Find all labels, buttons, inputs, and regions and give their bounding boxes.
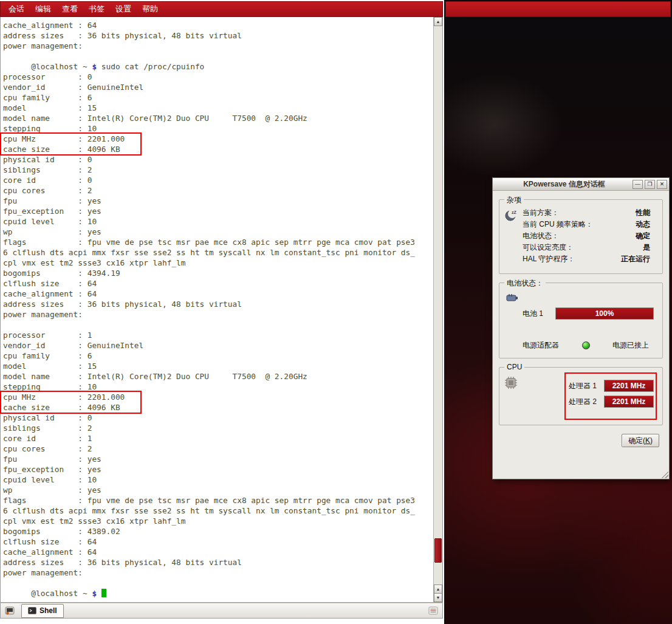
close-button[interactable]: ✕ — [657, 180, 667, 189]
new-session-button[interactable] — [3, 605, 16, 617]
konsole-tabbar: Shell — [0, 603, 443, 619]
menu-session[interactable]: 会话 — [3, 2, 30, 16]
misc-row-scheme: 当前方案： 性能 — [523, 207, 650, 219]
adapter-status: 电源已接上 — [612, 340, 649, 351]
adapter-row: 电源适配器 电源已接上 — [523, 340, 649, 351]
misc-row-cpu-policy: 当前 CPU 频率策略： 动态 — [523, 219, 650, 230]
processor1-freq-value: 2201 MHz — [605, 380, 653, 391]
terminal-scrollbar[interactable]: ▲ ▲ ▼ — [433, 17, 442, 602]
battery-label: 电池 1 — [523, 309, 550, 319]
maximize-button[interactable]: ❐ — [645, 180, 655, 189]
suspend-icon: zZ — [504, 208, 523, 222]
misc-value: 正在运行 — [621, 253, 650, 265]
scroll-up-button-2[interactable]: ▲ — [434, 585, 442, 594]
resize-grip[interactable] — [660, 470, 668, 478]
processor2-label: 处理器 2 — [569, 397, 600, 407]
cpu-row-2: 处理器 2 2201 MHz — [569, 396, 654, 408]
tab-shell[interactable]: Shell — [21, 604, 64, 618]
processor1-freq-bar: 2201 MHz — [604, 380, 654, 392]
misc-label: 当前方案： — [523, 207, 559, 219]
group-cpu: CPU 处理器 1 — [499, 367, 663, 425]
dialog-titlebar[interactable]: KPowersave 信息对话框 — ❐ ✕ — [493, 178, 669, 191]
cpu-rows: 处理器 1 2201 MHz 处理器 2 2201 MHz — [569, 375, 654, 419]
group-misc: 杂项 zZ 当前方案： — [499, 199, 663, 274]
kpowersave-dialog: KPowersave 信息对话框 — ❐ ✕ 杂项 zZ — [492, 177, 670, 479]
scrollbar-thumb[interactable] — [434, 538, 442, 563]
group-battery-legend: 电池状态： — [504, 278, 546, 289]
misc-label: 可以设定亮度： — [523, 242, 574, 253]
dialog-body: 杂项 zZ 当前方案： — [493, 191, 669, 450]
misc-label: 电池状态： — [523, 230, 559, 242]
group-battery: 电池状态： 电池 1 100% — [499, 283, 663, 358]
desktop-background: KPowersave 信息对话框 — ❐ ✕ 杂项 zZ — [444, 0, 672, 624]
misc-label: HAL 守护程序： — [523, 253, 575, 265]
terminal-area: cache_alignment : 64address sizes : 36 b… — [0, 17, 443, 603]
processor2-freq-bar: 2201 MHz — [604, 396, 654, 408]
misc-value: 确定 — [636, 230, 650, 242]
processor2-freq-value: 2201 MHz — [605, 396, 653, 407]
cpu-row-1: 处理器 1 2201 MHz — [569, 380, 654, 392]
misc-label: 当前 CPU 频率策略： — [523, 219, 593, 230]
cpu-icon — [504, 376, 523, 389]
misc-row-hal: HAL 守护程序： 正在运行 — [523, 253, 650, 265]
adapter-led-icon — [582, 341, 590, 349]
right-titlebar — [445, 1, 671, 17]
processor1-label: 处理器 1 — [569, 381, 600, 391]
dialog-title: KPowersave 信息对话框 — [498, 179, 631, 190]
scroll-up-button[interactable]: ▲ — [434, 17, 442, 26]
menu-view[interactable]: 查看 — [57, 2, 83, 16]
konsole-menubar: 会话 编辑 查看 书签 设置 帮助 — [0, 1, 443, 17]
konsole-window: 会话 编辑 查看 书签 设置 帮助 cache_alignment : 64ad… — [0, 1, 443, 619]
svg-text:zZ: zZ — [512, 210, 517, 214]
menu-settings[interactable]: 设置 — [110, 2, 137, 16]
ok-button[interactable]: 确定(K) — [622, 434, 659, 447]
session-list-icon — [428, 606, 438, 615]
misc-value: 动态 — [636, 219, 650, 230]
battery-progressbar: 100% — [555, 307, 654, 320]
group-cpu-legend: CPU — [504, 363, 524, 371]
menu-bookmarks[interactable]: 书签 — [83, 2, 110, 16]
session-list-button[interactable] — [427, 605, 440, 617]
menu-edit[interactable]: 编辑 — [30, 2, 57, 16]
ok-button-label-end: ) — [650, 436, 653, 445]
ok-button-label: 确定( — [628, 436, 645, 445]
minimize-button[interactable]: — — [633, 180, 643, 189]
battery-progress-value: 100% — [556, 308, 653, 319]
menu-help[interactable]: 帮助 — [137, 2, 163, 16]
shell-icon — [28, 607, 36, 614]
scroll-down-button[interactable]: ▼ — [434, 593, 442, 602]
ok-button-accel: K — [645, 436, 650, 445]
group-misc-legend: 杂项 — [504, 195, 524, 205]
battery-row: 电池 1 100% — [523, 307, 654, 320]
battery-icon — [506, 292, 657, 304]
terminal-output[interactable]: cache_alignment : 64address sizes : 36 b… — [1, 17, 433, 602]
misc-row-brightness: 可以设定亮度： 是 — [523, 242, 650, 253]
misc-value: 性能 — [636, 207, 650, 219]
misc-value: 是 — [643, 242, 650, 253]
adapter-label: 电源适配器 — [523, 340, 559, 351]
new-session-icon — [5, 606, 15, 615]
tab-shell-label: Shell — [39, 606, 57, 615]
misc-row-battery-state: 电池状态： 确定 — [523, 230, 650, 242]
